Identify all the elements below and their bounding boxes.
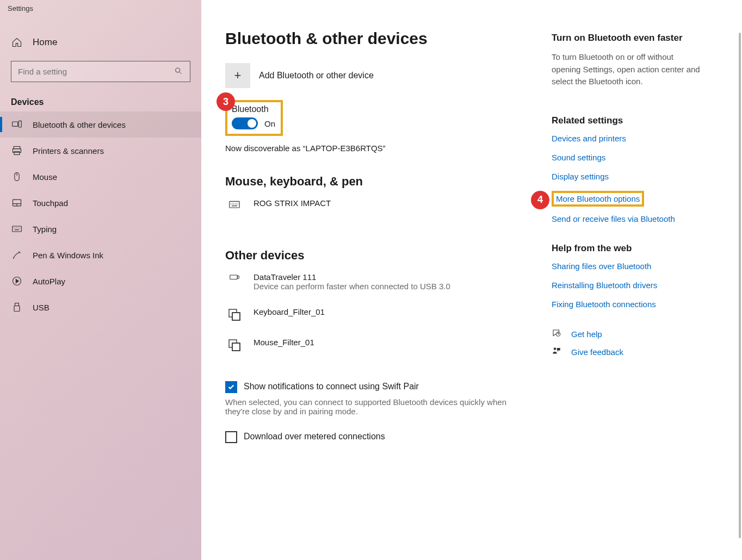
devices-icon <box>11 119 23 130</box>
home-label: Home <box>33 37 57 48</box>
svg-rect-9 <box>13 226 22 232</box>
bluetooth-toggle-section: 3 Bluetooth On <box>225 100 283 136</box>
sidebar-item-label: Touchpad <box>33 198 68 208</box>
sidebar-item-usb[interactable]: USB <box>0 294 201 320</box>
svg-rect-2 <box>13 122 18 126</box>
home-nav[interactable]: Home <box>0 29 201 55</box>
annotation-badge-3: 3 <box>217 92 235 111</box>
link-help-fixing[interactable]: Fixing Bluetooth connections <box>552 300 704 309</box>
home-icon <box>11 37 23 48</box>
bluetooth-state: On <box>264 119 275 128</box>
generic-device-icon <box>225 307 244 321</box>
tip-heading: Turn on Bluetooth even faster <box>552 33 704 43</box>
pen-icon <box>11 250 23 260</box>
swift-pair-description: When selected, you can connect to suppor… <box>225 397 508 416</box>
sidebar-item-label: Pen & Windows Ink <box>33 251 103 260</box>
link-give-feedback[interactable]: Give feedback <box>571 347 623 357</box>
help-heading: Help from the web <box>552 243 704 254</box>
link-get-help[interactable]: Get help <box>571 329 602 339</box>
sidebar-item-label: Mouse <box>33 172 57 182</box>
discoverable-text: Now discoverable as “LAPTOP-E3B6RTQS” <box>225 144 530 153</box>
link-help-reinstall[interactable]: Reinstalling Bluetooth drivers <box>552 281 704 290</box>
scrollbar[interactable] <box>739 33 741 538</box>
device-name: ROG STRIX IMPACT <box>253 198 331 208</box>
device-row[interactable]: DataTraveler 111 Device can perform fast… <box>225 272 530 291</box>
search-input[interactable] <box>11 61 190 82</box>
svg-rect-6 <box>14 152 20 155</box>
svg-rect-3 <box>18 121 21 127</box>
feedback-icon <box>552 346 561 358</box>
sidebar-item-printers[interactable]: Printers & scanners <box>0 138 201 164</box>
svg-rect-17 <box>232 313 240 320</box>
annotation-badge-4: 4 <box>531 191 549 209</box>
add-device-row[interactable]: + Add Bluetooth or other device <box>225 63 530 88</box>
highlighted-link-box: 4 More Bluetooth options <box>552 191 644 207</box>
window-title: Settings <box>0 0 41 20</box>
svg-rect-20 <box>232 343 240 351</box>
keyboard-device-icon <box>225 198 244 210</box>
bluetooth-label: Bluetooth <box>232 104 275 114</box>
link-help-sharing[interactable]: Sharing files over Bluetooth <box>552 262 704 271</box>
svg-rect-14 <box>230 275 238 279</box>
device-name: DataTraveler 111 <box>253 272 450 282</box>
tip-text: To turn Bluetooth on or off without open… <box>552 51 704 88</box>
swift-pair-checkbox-row[interactable]: Show notifications to connect using Swif… <box>225 381 530 393</box>
touchpad-icon <box>11 197 23 208</box>
add-device-label: Add Bluetooth or other device <box>259 71 374 80</box>
sidebar-item-label: Printers & scanners <box>33 146 104 155</box>
svg-rect-12 <box>14 306 20 312</box>
help-icon <box>552 328 561 340</box>
svg-rect-4 <box>14 147 20 149</box>
search-icon <box>174 66 183 77</box>
metered-label: Download over metered connections <box>244 431 385 441</box>
device-row[interactable]: Keyboard_Filter_01 <box>225 307 530 321</box>
autoplay-icon <box>11 276 23 287</box>
checkbox-empty-icon <box>225 431 237 443</box>
link-display-settings[interactable]: Display settings <box>552 172 704 181</box>
link-devices-printers[interactable]: Devices and printers <box>552 134 704 143</box>
device-row[interactable]: ROG STRIX IMPACT <box>225 198 530 210</box>
sidebar-item-label: Typing <box>33 225 57 234</box>
link-send-receive-files[interactable]: Send or receive files via Bluetooth <box>552 214 704 223</box>
usb-icon <box>11 302 23 313</box>
sidebar-item-pen[interactable]: Pen & Windows Ink <box>0 242 201 268</box>
bluetooth-toggle[interactable] <box>232 117 258 129</box>
device-subtext: Device can perform faster when connected… <box>253 282 450 291</box>
sidebar-item-label: Bluetooth & other devices <box>33 120 126 129</box>
sidebar-item-mouse[interactable]: Mouse <box>0 164 201 190</box>
usb-device-icon <box>225 272 244 283</box>
svg-point-23 <box>554 347 556 350</box>
link-sound-settings[interactable]: Sound settings <box>552 153 704 162</box>
svg-rect-24 <box>557 348 560 351</box>
related-heading: Related settings <box>552 115 704 126</box>
main-panel: Bluetooth & other devices + Add Bluetoot… <box>201 0 742 560</box>
generic-device-icon <box>225 338 244 352</box>
page-title: Bluetooth & other devices <box>225 29 530 48</box>
swift-pair-label: Show notifications to connect using Swif… <box>244 381 419 391</box>
device-name: Keyboard_Filter_01 <box>253 307 325 316</box>
checkbox-checked-icon <box>225 381 237 393</box>
plus-icon: + <box>225 63 250 88</box>
link-more-bluetooth-options[interactable]: More Bluetooth options <box>556 194 640 203</box>
category-title: Devices <box>0 90 201 111</box>
mouse-icon <box>11 171 23 182</box>
printer-icon <box>11 145 23 156</box>
sidebar-item-label: AutoPlay <box>33 277 65 286</box>
sidebar-item-typing[interactable]: Typing <box>0 216 201 242</box>
svg-point-1 <box>176 68 180 72</box>
sidebar-item-label: USB <box>33 303 50 312</box>
sidebar-item-autoplay[interactable]: AutoPlay <box>0 268 201 294</box>
device-row[interactable]: Mouse_Filter_01 <box>225 338 530 352</box>
right-column: Turn on Bluetooth even faster To turn Bl… <box>552 29 704 560</box>
svg-rect-15 <box>237 276 239 279</box>
sidebar-item-touchpad[interactable]: Touchpad <box>0 190 201 216</box>
sidebar-item-bluetooth[interactable]: Bluetooth & other devices <box>0 111 201 138</box>
section-other: Other devices <box>225 248 530 263</box>
keyboard-icon <box>11 223 23 234</box>
device-name: Mouse_Filter_01 <box>253 338 314 347</box>
section-mkp: Mouse, keyboard, & pen <box>225 175 530 189</box>
svg-rect-11 <box>15 303 19 306</box>
sidebar: Home Devices Bluetooth & other devices P… <box>0 0 201 560</box>
metered-checkbox-row[interactable]: Download over metered connections <box>225 431 530 443</box>
